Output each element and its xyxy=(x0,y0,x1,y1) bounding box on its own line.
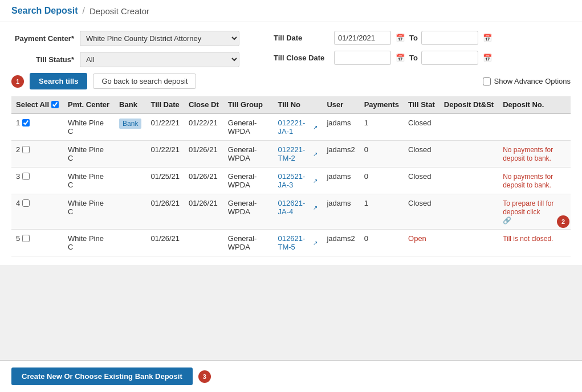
row-pmt-center: White Pine C xyxy=(63,141,115,168)
row-bank xyxy=(115,194,146,230)
external-link-icon: ↗ xyxy=(313,205,318,211)
deposit-note: No payments for deposit to bank. xyxy=(503,146,553,162)
till-no-link[interactable]: 012221-JA-1 ↗ xyxy=(278,119,318,136)
row-deposit-dtst xyxy=(439,168,498,194)
row-checkbox[interactable] xyxy=(22,173,30,180)
row-checkbox[interactable] xyxy=(22,235,30,242)
row-bank: Bank xyxy=(115,113,146,141)
till-no-link[interactable]: 012621-TM-5 ↗ xyxy=(278,234,318,251)
header-separator: / xyxy=(82,6,84,16)
row-select-cell: 3 xyxy=(11,168,63,185)
till-no-link[interactable]: 012521-JA-3 ↗ xyxy=(278,172,318,189)
row-checkbox[interactable] xyxy=(22,119,30,126)
row-pmt-center: White Pine C xyxy=(63,194,115,230)
form-section: Payment Center* White Pine County Distri… xyxy=(11,31,571,67)
row-till-date: 01/26/21 xyxy=(146,194,184,230)
till-close-date-label: Till Close Date xyxy=(274,54,331,62)
till-close-date-to-input[interactable] xyxy=(421,51,478,65)
table-row: 4 White Pine C01/26/2101/26/21General-WP… xyxy=(11,194,571,230)
row-till-stat: Open xyxy=(404,230,439,256)
row-select-cell: 4 xyxy=(11,194,63,212)
till-status-select[interactable]: All xyxy=(80,52,239,67)
deposit-note: Till is not closed. xyxy=(503,235,553,243)
row-till-stat: Closed xyxy=(404,168,439,194)
row-till-group: General-WPDA xyxy=(223,141,274,168)
row-number: 3 xyxy=(16,172,20,181)
till-no-link[interactable]: 012621-JA-4 ↗ xyxy=(278,199,318,216)
row-select-cell: 2 xyxy=(11,141,63,158)
search-tills-button[interactable]: Search tills xyxy=(30,73,87,89)
row-close-dt: 01/26/21 xyxy=(184,168,223,194)
row-till-no: 012221-TM-2 ↗ xyxy=(274,141,323,168)
till-date-label: Till Date xyxy=(274,34,331,42)
col-select-all: Select All xyxy=(11,96,63,113)
till-close-date-to-cal-icon[interactable]: 📅 xyxy=(482,52,493,64)
deposit-note: No payments for deposit to bank. xyxy=(503,173,553,189)
till-close-date-input[interactable] xyxy=(334,51,391,65)
row-till-stat: Closed xyxy=(404,113,439,141)
till-date-to-cal-icon[interactable]: 📅 xyxy=(482,32,493,44)
row-user: jadams2 xyxy=(322,230,359,256)
row-deposit-no xyxy=(498,113,571,141)
row-till-group: General-WPDA xyxy=(223,194,274,230)
table-body: 1 White Pine CBank01/22/2101/22/21Genera… xyxy=(11,113,571,256)
row-till-group: General-WPDA xyxy=(223,168,274,194)
deposit-link[interactable]: 🔗 xyxy=(503,217,511,224)
payment-center-select[interactable]: White Pine County District Attorney xyxy=(80,31,239,46)
row-deposit-dtst xyxy=(439,194,498,230)
till-status-label: Till Status* xyxy=(11,55,74,64)
row-till-date: 01/26/21 xyxy=(146,230,184,256)
external-link-icon: ↗ xyxy=(313,124,318,130)
row-till-no: 012621-JA-4 ↗ xyxy=(274,194,323,230)
row-user: jadams2 xyxy=(322,141,359,168)
back-to-search-button[interactable]: Go back to search deposit xyxy=(93,74,196,89)
till-close-date-cal-icon[interactable]: 📅 xyxy=(394,52,406,64)
badge-2: 2 xyxy=(557,215,569,228)
row-bank xyxy=(115,230,146,256)
header-bar: Search Deposit / Deposit Creator xyxy=(0,0,582,22)
status-open: Open xyxy=(408,234,426,243)
row-payments: 1 xyxy=(360,194,404,230)
row-till-no: 012521-JA-3 ↗ xyxy=(274,168,323,194)
payment-center-label: Payment Center* xyxy=(11,34,74,43)
external-link-icon: ↗ xyxy=(313,178,318,184)
row-close-dt: 01/22/21 xyxy=(184,113,223,141)
row-checkbox[interactable] xyxy=(22,199,30,207)
table-row: 3 White Pine C01/25/2101/26/21General-WP… xyxy=(11,168,571,194)
till-date-cal-icon[interactable]: 📅 xyxy=(394,32,406,44)
row-till-stat: Closed xyxy=(404,141,439,168)
footer-bar: Create New Or Choose Existing Bank Depos… xyxy=(0,360,582,392)
till-date-input[interactable] xyxy=(334,31,391,45)
col-close-dt: Close Dt xyxy=(184,96,223,113)
row-number: 1 xyxy=(16,119,20,127)
bank-badge[interactable]: Bank xyxy=(119,119,141,129)
advance-options-label: Show Advance Options xyxy=(494,77,571,85)
table-row: 1 White Pine CBank01/22/2101/22/21Genera… xyxy=(11,113,571,141)
till-date-to-input[interactable] xyxy=(421,31,478,45)
tills-table: Select All Pmt. Center Bank Till Date Cl… xyxy=(11,96,571,256)
table-header-row: Select All Pmt. Center Bank Till Date Cl… xyxy=(11,96,571,113)
row-user: jadams xyxy=(322,168,359,194)
row-till-date: 01/22/21 xyxy=(146,113,184,141)
till-date-to-label: To xyxy=(409,34,418,42)
select-all-checkbox[interactable] xyxy=(51,101,59,108)
select-all-label: Select All xyxy=(16,100,49,109)
table-row: 5 White Pine C01/26/21General-WPDA012621… xyxy=(11,230,571,256)
row-checkbox[interactable] xyxy=(22,146,30,153)
form-left: Payment Center* White Pine County Distri… xyxy=(11,31,239,67)
row-bank xyxy=(115,168,146,194)
advance-options-checkbox[interactable] xyxy=(483,77,491,85)
row-till-group: General-WPDA xyxy=(223,113,274,141)
till-no-link[interactable]: 012221-TM-2 ↗ xyxy=(278,145,318,162)
row-user: jadams xyxy=(322,194,359,230)
search-deposit-link[interactable]: Search Deposit xyxy=(11,6,78,16)
create-deposit-button[interactable]: Create New Or Choose Existing Bank Depos… xyxy=(11,368,193,385)
row-deposit-no: Till is not closed. xyxy=(498,230,571,256)
till-close-date-to-label: To xyxy=(409,54,418,62)
row-select-cell: 5 xyxy=(11,230,63,247)
table-row: 2 White Pine C01/22/2101/26/21General-WP… xyxy=(11,141,571,168)
payment-center-row: Payment Center* White Pine County Distri… xyxy=(11,31,239,46)
badge-1: 1 xyxy=(11,75,24,88)
col-till-group: Till Group xyxy=(223,96,274,113)
row-select-cell: 1 xyxy=(11,114,63,132)
